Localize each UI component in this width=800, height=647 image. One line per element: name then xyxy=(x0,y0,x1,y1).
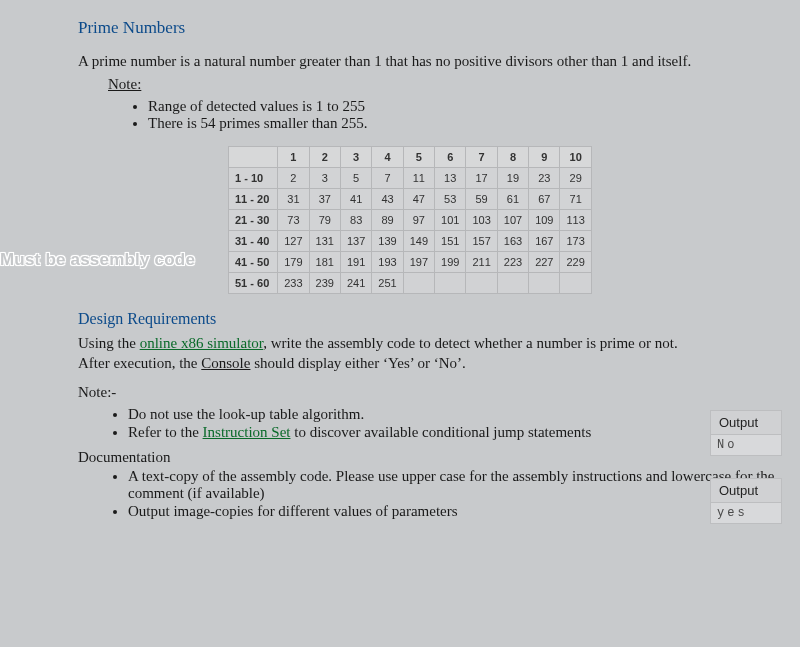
col-header: 6 xyxy=(435,147,466,168)
prime-cell: 233 xyxy=(278,273,309,294)
prime-cell: 113 xyxy=(560,210,591,231)
prime-cell: 13 xyxy=(435,168,466,189)
prime-cell xyxy=(560,273,591,294)
table-row: 31 - 40127131137139149151157163167173 xyxy=(229,231,592,252)
row-label: 1 - 10 xyxy=(229,168,278,189)
prime-cell: 163 xyxy=(497,231,528,252)
prime-cell: 89 xyxy=(372,210,403,231)
col-header: 8 xyxy=(497,147,528,168)
console-underlined: Console xyxy=(201,355,250,371)
design-heading: Design Requirements xyxy=(78,310,780,328)
prime-cell: 167 xyxy=(529,231,560,252)
prime-cell: 229 xyxy=(560,252,591,273)
documentation-list: A text-copy of the assembly code. Please… xyxy=(108,468,780,520)
prime-cell: 227 xyxy=(529,252,560,273)
table-row: 21 - 307379838997101103107109113 xyxy=(229,210,592,231)
prime-cell: 5 xyxy=(340,168,371,189)
table-row: 11 - 2031374143475359616771 xyxy=(229,189,592,210)
row-label: 11 - 20 xyxy=(229,189,278,210)
prime-cell xyxy=(497,273,528,294)
prime-cell: 103 xyxy=(466,210,497,231)
col-header: 4 xyxy=(372,147,403,168)
col-header: 7 xyxy=(466,147,497,168)
row-label: 31 - 40 xyxy=(229,231,278,252)
prime-cell: 61 xyxy=(497,189,528,210)
output-box-1: Output No xyxy=(710,410,782,456)
prime-cell: 59 xyxy=(466,189,497,210)
annotation-must-be-assembly: Must be assembly code xyxy=(0,250,195,270)
prime-cell: 53 xyxy=(435,189,466,210)
design-note-item: Refer to the Instruction Set to discover… xyxy=(128,424,678,441)
prime-cell xyxy=(435,273,466,294)
design-note-item: Do not use the look-up table algorithm. xyxy=(128,406,678,423)
prime-cell: 131 xyxy=(309,231,340,252)
prime-cell xyxy=(529,273,560,294)
prime-cell: 157 xyxy=(466,231,497,252)
prime-cell: 193 xyxy=(372,252,403,273)
note-list: Range of detected values is 1 to 255 The… xyxy=(128,98,780,132)
table-row: 51 - 60233239241251 xyxy=(229,273,592,294)
table-row: 1 - 102357111317192329 xyxy=(229,168,592,189)
prime-cell: 73 xyxy=(278,210,309,231)
prime-cell: 31 xyxy=(278,189,309,210)
note-item: Range of detected values is 1 to 255 xyxy=(148,98,780,115)
prime-cell: 67 xyxy=(529,189,560,210)
prime-cell xyxy=(403,273,434,294)
prime-cell xyxy=(466,273,497,294)
design-note-label: Note:- xyxy=(78,383,678,402)
design-paragraph: Using the online x86 simulator, write th… xyxy=(78,334,678,372)
prime-cell: 199 xyxy=(435,252,466,273)
table-row: 41 - 50179181191193197199211223227229 xyxy=(229,252,592,273)
note-item: There is 54 primes smaller than 255. xyxy=(148,115,780,132)
page-title: Prime Numbers xyxy=(78,18,780,38)
prime-cell: 241 xyxy=(340,273,371,294)
prime-cell: 127 xyxy=(278,231,309,252)
prime-cell: 197 xyxy=(403,252,434,273)
note-label: Note: xyxy=(108,75,141,94)
prime-cell: 37 xyxy=(309,189,340,210)
col-header: 10 xyxy=(560,147,591,168)
primes-table: 1 2 3 4 5 6 7 8 9 10 1 - 102357111317192… xyxy=(228,146,592,294)
prime-cell: 149 xyxy=(403,231,434,252)
prime-cell: 97 xyxy=(403,210,434,231)
prime-cell: 239 xyxy=(309,273,340,294)
documentation-item: A text-copy of the assembly code. Please… xyxy=(128,468,780,502)
intro-text: A prime number is a natural number great… xyxy=(78,52,780,71)
col-header: 5 xyxy=(403,147,434,168)
prime-cell: 41 xyxy=(340,189,371,210)
prime-cell: 151 xyxy=(435,231,466,252)
link-instruction-set[interactable]: Instruction Set xyxy=(203,424,291,440)
prime-cell: 109 xyxy=(529,210,560,231)
prime-cell: 2 xyxy=(278,168,309,189)
prime-cell: 83 xyxy=(340,210,371,231)
prime-cell: 11 xyxy=(403,168,434,189)
output-label: Output xyxy=(710,410,782,434)
prime-cell: 181 xyxy=(309,252,340,273)
row-label: 21 - 30 xyxy=(229,210,278,231)
table-header-row: 1 2 3 4 5 6 7 8 9 10 xyxy=(229,147,592,168)
row-label: 41 - 50 xyxy=(229,252,278,273)
col-header: 2 xyxy=(309,147,340,168)
prime-cell: 211 xyxy=(466,252,497,273)
prime-cell: 251 xyxy=(372,273,403,294)
output-label: Output xyxy=(710,478,782,502)
prime-cell: 107 xyxy=(497,210,528,231)
col-header: 1 xyxy=(278,147,309,168)
documentation-item: Output image-copies for different values… xyxy=(128,503,780,520)
col-header: 3 xyxy=(340,147,371,168)
prime-cell: 3 xyxy=(309,168,340,189)
prime-cell: 29 xyxy=(560,168,591,189)
prime-cell: 43 xyxy=(372,189,403,210)
prime-cell: 139 xyxy=(372,231,403,252)
link-online-simulator[interactable]: online x86 simulator xyxy=(140,335,264,351)
prime-cell: 79 xyxy=(309,210,340,231)
prime-cell: 179 xyxy=(278,252,309,273)
prime-cell: 101 xyxy=(435,210,466,231)
output-value: No xyxy=(710,434,782,456)
prime-cell: 137 xyxy=(340,231,371,252)
documentation-heading: Documentation xyxy=(78,449,780,466)
prime-cell: 23 xyxy=(529,168,560,189)
prime-cell: 71 xyxy=(560,189,591,210)
prime-cell: 173 xyxy=(560,231,591,252)
col-header: 9 xyxy=(529,147,560,168)
